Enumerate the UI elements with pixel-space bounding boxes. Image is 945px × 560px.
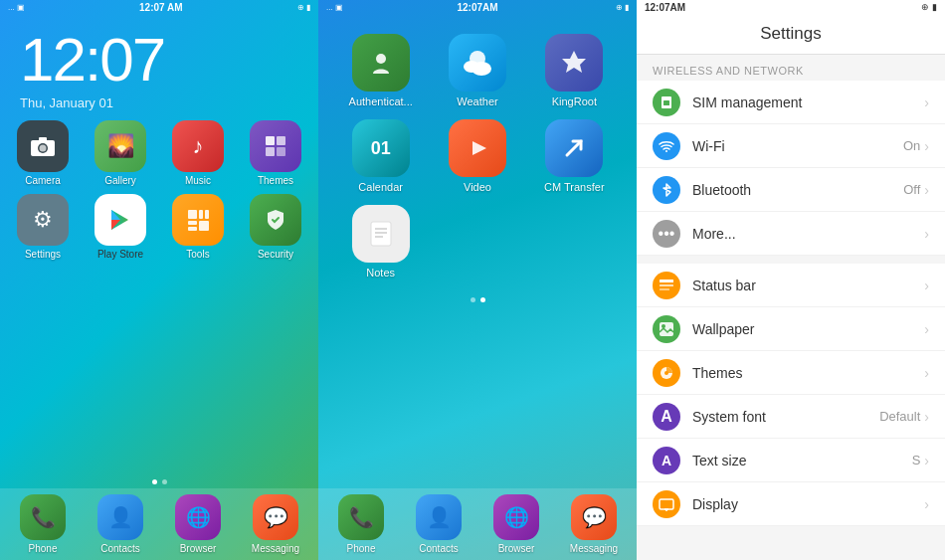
settings-item-display[interactable]: Display ›: [637, 482, 945, 526]
settings-item-more[interactable]: ••• More... ›: [637, 212, 945, 256]
display-label: Display: [692, 496, 924, 512]
mid-dock-messaging[interactable]: 💬 Messaging: [559, 494, 629, 554]
dot-1: [152, 479, 157, 484]
mid-dot-2: [480, 297, 485, 302]
settings-title: Settings: [637, 14, 945, 55]
contacts-label: Contacts: [100, 543, 139, 554]
music-label: Music: [185, 175, 211, 186]
font-value: Default: [879, 409, 920, 424]
svg-point-14: [376, 54, 386, 64]
app-music[interactable]: ♪ Music: [163, 120, 233, 186]
app-tools[interactable]: Tools: [163, 194, 233, 260]
more-label: More...: [692, 226, 924, 242]
svg-rect-6: [266, 147, 275, 156]
more-chevron: ›: [924, 226, 929, 242]
settings-item-wallpaper[interactable]: Wallpaper ›: [637, 307, 945, 351]
svg-point-26: [665, 150, 667, 152]
app-gallery[interactable]: 🌄 Gallery: [86, 120, 155, 186]
mid-app-cmtransfer[interactable]: CM Transfer: [532, 119, 617, 193]
security-label: Security: [258, 249, 293, 260]
app-grid-top: Camera 🌄 Gallery ♪ Music Themes ⚙: [0, 110, 318, 270]
app-security[interactable]: Security: [241, 194, 310, 260]
display-icon: [653, 490, 680, 518]
app-settings[interactable]: ⚙ Settings: [8, 194, 78, 260]
weather-icon: [449, 34, 506, 92]
settings-item-bluetooth[interactable]: Bluetooth Off ›: [637, 168, 945, 212]
mid-browser-label: Browser: [498, 543, 535, 554]
mid-app-video[interactable]: Video: [435, 119, 519, 193]
dock-messaging[interactable]: 💬 Messaging: [241, 494, 310, 554]
music-icon: ♪: [172, 120, 224, 172]
gallery-icon: 🌄: [94, 120, 146, 172]
svg-rect-13: [199, 221, 209, 231]
svg-rect-27: [660, 280, 673, 282]
mid-status-time: 12:07AM: [457, 2, 497, 13]
camera-label: Camera: [25, 175, 61, 186]
video-icon: [449, 119, 506, 177]
bluetooth-value: Off: [903, 182, 920, 197]
mid-app-notes[interactable]: Notes: [338, 205, 423, 279]
mid-dock-phone[interactable]: 📞 Phone: [326, 494, 396, 554]
mid-phone-label: Phone: [347, 543, 376, 554]
mid-dock-browser[interactable]: 🌐 Browser: [481, 494, 551, 554]
status-left-time: 12:07 AM: [139, 2, 183, 13]
svg-point-2: [40, 145, 47, 152]
wallpaper-icon: [653, 315, 680, 343]
mid-status-left: ... ▣: [326, 3, 343, 12]
kingroot-label: KingRoot: [552, 95, 597, 107]
clock-display: 12:07 Thu, January 01: [0, 14, 318, 110]
playstore-icon: [94, 194, 146, 246]
browser-icon: 🌐: [175, 494, 221, 540]
svg-rect-20: [371, 222, 391, 246]
settings-item-statusbar[interactable]: Status bar ›: [637, 264, 945, 307]
mid-app-kingroot[interactable]: KingRoot: [532, 34, 617, 107]
app-camera[interactable]: Camera: [8, 120, 78, 186]
textsize-chevron: ›: [924, 453, 929, 468]
textsize-icon: A: [653, 447, 680, 474]
settings-item-wifi[interactable]: Wi-Fi On ›: [637, 124, 945, 168]
dock-browser[interactable]: 🌐 Browser: [163, 494, 233, 554]
settings-item-sim[interactable]: SIM management ›: [637, 81, 945, 124]
mid-dock-contacts[interactable]: 👤 Contacts: [404, 494, 473, 554]
mid-app-calendar[interactable]: 01 Calendar: [338, 119, 423, 193]
dock-mid: 📞 Phone 👤 Contacts 🌐 Browser 💬 Messaging: [318, 488, 637, 560]
dot-2: [162, 479, 167, 484]
cmtransfer-label: CM Transfer: [544, 181, 605, 193]
dock-phone[interactable]: 📞 Phone: [8, 494, 78, 554]
svg-point-33: [664, 371, 668, 375]
wifi-value: On: [903, 138, 920, 153]
svg-rect-9: [199, 210, 203, 219]
contacts-icon: 👤: [97, 494, 143, 540]
dock-contacts[interactable]: 👤 Contacts: [86, 494, 155, 554]
settings-item-themes[interactable]: Themes ›: [637, 351, 945, 395]
status-left-battery: ⊕ ▮: [297, 3, 310, 12]
mid-app-auth[interactable]: Authenticat...: [338, 34, 423, 107]
wifi-label: Wi-Fi: [692, 138, 903, 154]
gallery-label: Gallery: [104, 175, 136, 186]
app-playstore[interactable]: Play Store: [86, 194, 155, 260]
bluetooth-chevron: ›: [924, 182, 929, 198]
bluetooth-icon: [653, 176, 680, 204]
themes-chevron: ›: [924, 365, 929, 381]
svg-rect-8: [188, 210, 197, 219]
textsize-value: S: [912, 453, 921, 467]
mid-phone-icon: 📞: [338, 494, 384, 540]
svg-rect-4: [266, 136, 275, 145]
themes-settings-label: Themes: [692, 365, 924, 381]
mid-status-right: ⊕ ▮: [616, 3, 629, 12]
sim-label: SIM management: [692, 94, 924, 110]
messaging-label: Messaging: [252, 543, 299, 554]
status-left-icons: ... ▣: [8, 3, 25, 12]
settings-item-textsize[interactable]: A Text size S ›: [637, 439, 945, 482]
kingroot-icon: [545, 34, 603, 92]
settings-status-bar: 12:07AM ⊕ ▮: [637, 0, 945, 14]
app-themes[interactable]: Themes: [241, 120, 310, 186]
page-dots-mid: [318, 293, 637, 306]
textsize-label: Text size: [692, 453, 912, 468]
settings-item-font[interactable]: A System font Default ›: [637, 395, 945, 439]
font-chevron: ›: [924, 409, 929, 425]
calendar-icon: 01: [352, 119, 410, 177]
bluetooth-label: Bluetooth: [692, 182, 903, 198]
phone-label: Phone: [29, 543, 58, 554]
mid-app-weather[interactable]: Weather: [435, 34, 519, 107]
